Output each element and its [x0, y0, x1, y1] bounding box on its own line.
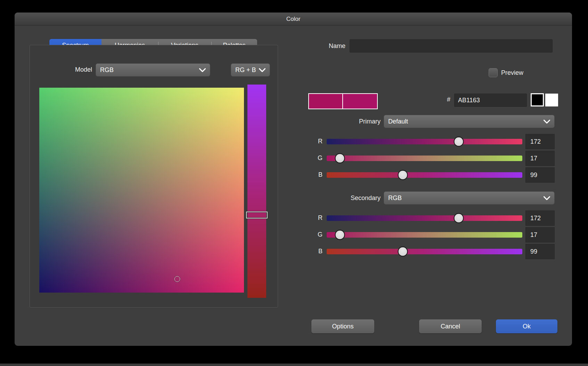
spectrum-canvas[interactable] [39, 88, 244, 293]
secondary-profile-value: RGB [388, 194, 541, 202]
primary-b-value[interactable]: 99 [525, 167, 555, 183]
model-label: Model [46, 66, 92, 73]
secondary-r-slider[interactable] [327, 215, 522, 221]
secondary-g-label: G [306, 231, 322, 238]
secondary-r-value[interactable]: 172 [525, 210, 555, 226]
secondary-g-value[interactable]: 17 [525, 227, 555, 242]
preview-label: Preview [501, 69, 543, 77]
color-dialog: Color Spectrum Harmonies Variations Pale… [15, 13, 572, 346]
primary-r-label: R [306, 138, 322, 145]
primary-g-value[interactable]: 17 [525, 151, 555, 166]
previous-color-swatch[interactable] [343, 94, 377, 109]
blue-channel-strip[interactable] [247, 85, 266, 298]
cancel-button-label: Cancel [441, 323, 460, 330]
channel-pair-value: RG + B [235, 66, 256, 74]
name-input[interactable] [350, 39, 553, 53]
chevron-down-icon [199, 68, 206, 72]
title-bar[interactable]: Color [15, 13, 572, 26]
secondary-profile-select[interactable]: RGB [384, 191, 555, 205]
secondary-label: Secondary [327, 194, 381, 202]
white-swatch[interactable] [545, 94, 558, 106]
chevron-down-icon [259, 68, 266, 72]
secondary-b-slider[interactable] [327, 249, 522, 254]
model-select-value: RGB [100, 66, 196, 74]
channel-pair-select[interactable]: RG + B [231, 63, 270, 77]
window-title: Color [286, 16, 301, 23]
primary-r-slider[interactable] [327, 139, 522, 144]
primary-b-slider[interactable] [327, 172, 522, 178]
hex-hash-label: # [436, 96, 450, 103]
secondary-b-value[interactable]: 99 [525, 244, 555, 259]
primary-profile-select[interactable]: Default [384, 115, 555, 128]
primary-b-label: B [306, 171, 322, 178]
blue-strip-handle[interactable] [246, 212, 268, 218]
secondary-g-slider[interactable] [327, 232, 522, 238]
primary-g-label: G [306, 154, 322, 162]
color-preview-pair [308, 93, 378, 109]
name-label: Name [303, 42, 345, 50]
primary-g-handle[interactable] [335, 153, 345, 164]
primary-b-handle[interactable] [398, 170, 408, 180]
options-button-label: Options [332, 323, 353, 330]
spectrum-cursor[interactable] [174, 276, 180, 282]
secondary-r-label: R [306, 214, 322, 222]
secondary-b-label: B [306, 248, 322, 255]
primary-r-handle[interactable] [454, 137, 464, 147]
screen: Color Spectrum Harmonies Variations Pale… [0, 0, 588, 366]
cancel-button[interactable]: Cancel [419, 319, 482, 333]
primary-label: Primary [327, 118, 381, 125]
black-swatch[interactable] [531, 93, 544, 106]
screen-bottom-strip [0, 364, 588, 366]
preview-checkbox[interactable] [489, 68, 498, 77]
primary-g-slider[interactable] [327, 156, 522, 161]
secondary-b-handle[interactable] [398, 247, 408, 257]
current-color-swatch[interactable] [309, 94, 343, 109]
model-select[interactable]: RGB [96, 63, 210, 77]
chevron-down-icon [544, 120, 550, 124]
ok-button[interactable]: Ok [496, 319, 557, 333]
hex-input[interactable] [454, 94, 527, 107]
primary-profile-value: Default [388, 118, 541, 125]
options-button[interactable]: Options [311, 319, 374, 333]
secondary-g-handle[interactable] [335, 230, 345, 240]
spectrum-gradient-overlay [39, 88, 244, 293]
primary-r-value[interactable]: 172 [525, 134, 555, 149]
chevron-down-icon [544, 196, 550, 200]
secondary-r-handle[interactable] [454, 213, 464, 223]
ok-button-label: Ok [523, 323, 531, 330]
